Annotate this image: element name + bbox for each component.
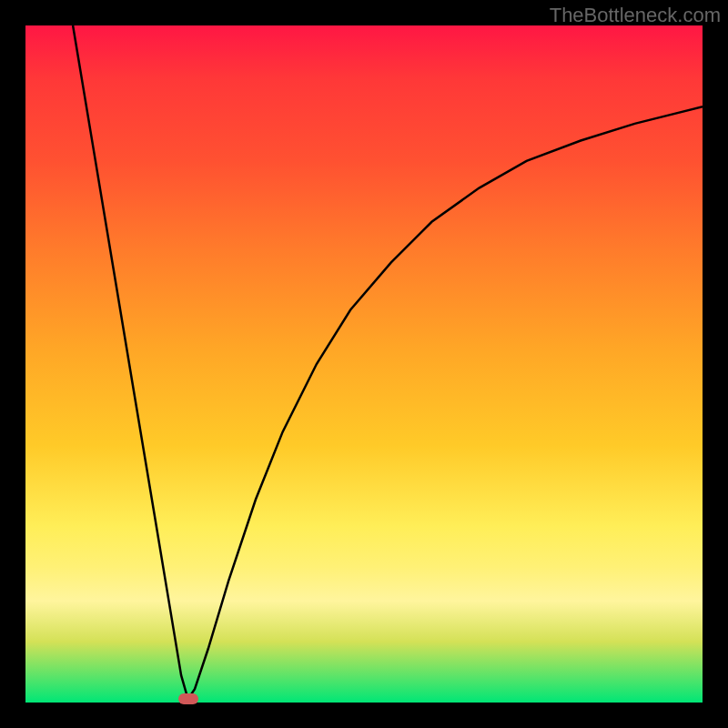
bottleneck-curve-svg	[25, 25, 703, 703]
plot-area	[25, 25, 703, 703]
watermark-text: TheBottleneck.com	[550, 4, 721, 27]
optimal-point-marker	[178, 693, 198, 704]
chart-container: TheBottleneck.com	[0, 0, 728, 728]
bottleneck-curve	[73, 25, 703, 699]
